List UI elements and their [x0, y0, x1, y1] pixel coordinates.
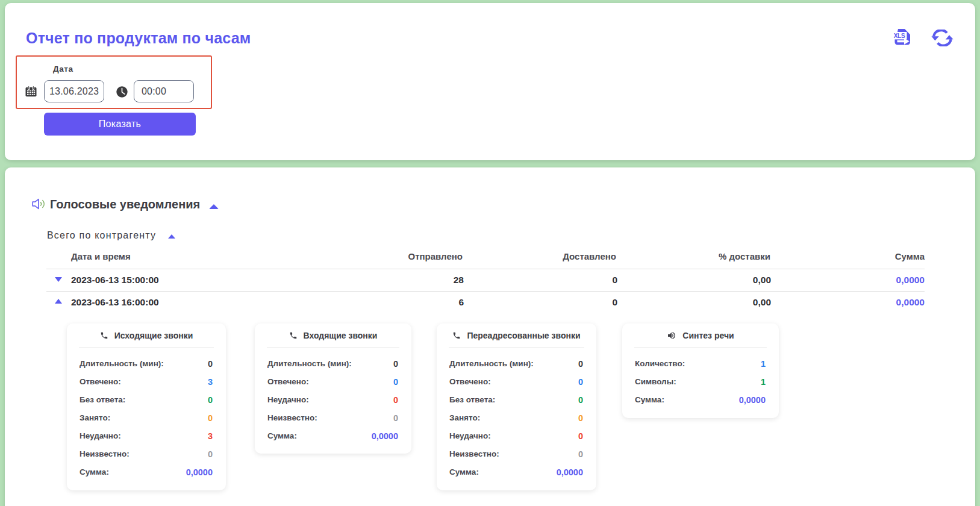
svg-text:XLS: XLS	[894, 33, 905, 39]
